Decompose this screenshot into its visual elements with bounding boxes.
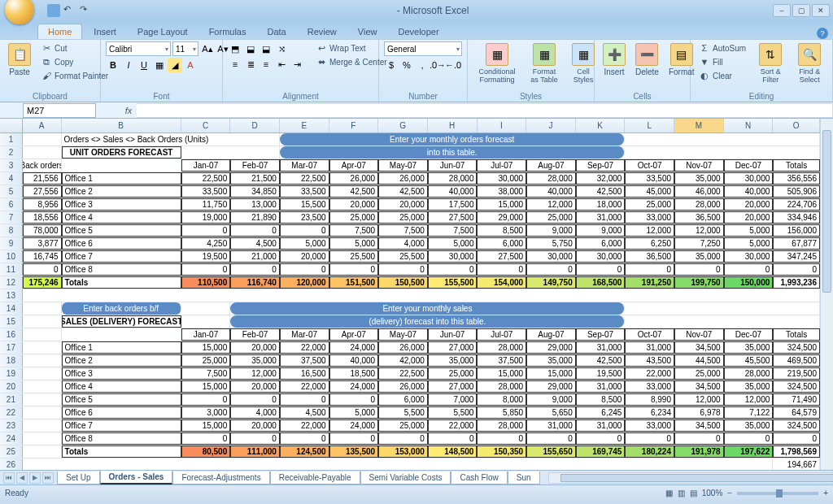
insert-cells-button[interactable]: ➕Insert	[600, 41, 629, 78]
cell[interactable]: 20,000	[724, 198, 774, 211]
cell[interactable]: 0	[576, 263, 626, 276]
cell[interactable]: 17,500	[428, 198, 478, 211]
bold-button[interactable]: B	[106, 58, 120, 72]
row-header[interactable]: 2	[0, 146, 23, 159]
cell[interactable]: 120,000	[280, 276, 329, 289]
cell[interactable]: 0	[378, 263, 428, 276]
cell[interactable]: 46,000	[674, 185, 724, 198]
cell[interactable]: 27,000	[428, 380, 478, 393]
cell[interactable]: Jan-07	[181, 328, 231, 341]
italic-button[interactable]: I	[121, 58, 136, 72]
cell[interactable]: 21,500	[230, 172, 280, 185]
row-header[interactable]: 9	[0, 237, 23, 250]
cell[interactable]: 224,706	[773, 198, 820, 211]
cell[interactable]: 5,000	[329, 237, 379, 250]
cell[interactable]: 15,500	[280, 198, 329, 211]
cell[interactable]: 29,000	[477, 211, 526, 224]
row-header[interactable]: 13	[0, 289, 23, 302]
row-header[interactable]: 23	[0, 419, 23, 432]
cell[interactable]	[23, 289, 820, 302]
cell[interactable]: Mar-07	[280, 159, 329, 172]
cell[interactable]: 29,000	[526, 380, 576, 393]
tab-developer[interactable]: Developer	[388, 24, 448, 39]
cell[interactable]: 35,000	[674, 172, 724, 185]
sheet-tab[interactable]: Sun	[508, 471, 540, 484]
cell[interactable]: Office 3	[62, 367, 181, 380]
cell[interactable]: 22,000	[428, 419, 478, 432]
cell[interactable]: Office 5	[62, 393, 181, 406]
cell[interactable]: 0	[773, 432, 820, 445]
cell[interactable]: 0	[428, 263, 478, 276]
cell[interactable]: 0	[329, 393, 379, 406]
row-header[interactable]: 11	[0, 263, 23, 276]
dec-decimal[interactable]: ←.0	[446, 58, 460, 72]
cell[interactable]: 30,000	[428, 250, 478, 263]
cell[interactable]	[23, 341, 62, 354]
cell[interactable]: 24,000	[329, 380, 379, 393]
cell[interactable]: 0	[428, 432, 478, 445]
cell[interactable]: 12,000	[230, 367, 280, 380]
border-button[interactable]: ▦	[152, 58, 167, 72]
cell[interactable]: Apr-07	[329, 328, 379, 341]
cell[interactable]: 29,000	[526, 341, 576, 354]
row-header[interactable]: 6	[0, 198, 23, 211]
col-K[interactable]: K	[576, 119, 626, 133]
cell[interactable]: 42,500	[576, 185, 626, 198]
cell[interactable]: 12,000	[674, 393, 724, 406]
align-top[interactable]: ⬒	[228, 41, 242, 56]
row-header[interactable]: 4	[0, 172, 23, 185]
cell[interactable]: 0	[674, 432, 724, 445]
cell[interactable]: 42,500	[576, 354, 626, 367]
cell[interactable]: 1,798,569	[773, 445, 820, 458]
cell[interactable]: 28,000	[428, 172, 478, 185]
row-header[interactable]: 8	[0, 224, 23, 237]
cell[interactable]	[23, 315, 62, 328]
cell[interactable]: 31,000	[625, 341, 674, 354]
cell[interactable]: 25,000	[378, 419, 428, 432]
name-box[interactable]: M27	[23, 103, 96, 118]
cell[interactable]: 18,500	[329, 367, 379, 380]
cell[interactable]: 19,500	[576, 367, 626, 380]
cell[interactable]: 8,956	[23, 198, 62, 211]
cell[interactable]: 8,990	[625, 393, 674, 406]
cell[interactable]: 0	[477, 263, 526, 276]
row-header[interactable]: 16	[0, 328, 23, 341]
row-header[interactable]: 5	[0, 185, 23, 198]
help-icon[interactable]: ?	[817, 28, 828, 39]
cell[interactable]: 0	[230, 432, 280, 445]
cell[interactable]: 26,000	[378, 341, 428, 354]
tab-data[interactable]: Data	[257, 24, 295, 39]
cell[interactable]	[23, 458, 773, 470]
col-A[interactable]: A	[23, 119, 62, 133]
sort-filter-button[interactable]: ⇅Sort & Filter	[752, 41, 788, 85]
cell[interactable]: 13,000	[230, 198, 280, 211]
cell[interactable]: 4,000	[378, 237, 428, 250]
row-header[interactable]: 12	[0, 276, 23, 289]
cell[interactable]: 197,622	[724, 445, 774, 458]
cell[interactable]	[23, 354, 62, 367]
row-header[interactable]: 14	[0, 302, 23, 315]
cell[interactable]: 0	[280, 224, 329, 237]
cell[interactable]: 324,500	[773, 380, 820, 393]
cell[interactable]: (delivery) forecast into this table.	[230, 315, 625, 328]
cell[interactable]: 30,000	[477, 172, 526, 185]
cell[interactable]: 25,500	[329, 250, 379, 263]
cell[interactable]: 40,000	[329, 354, 379, 367]
cell[interactable]: Aug-07	[526, 159, 576, 172]
row-header[interactable]: 26	[0, 458, 23, 470]
cell[interactable]: 0	[773, 263, 820, 276]
cell[interactable]: 42,000	[378, 354, 428, 367]
cell[interactable]	[181, 302, 231, 315]
cell[interactable]: 5,000	[329, 406, 379, 419]
cell[interactable]: 28,000	[477, 419, 526, 432]
cell[interactable]: 38,000	[477, 185, 526, 198]
cell[interactable]	[23, 146, 62, 159]
cell[interactable]: 20,000	[329, 198, 379, 211]
cell[interactable]: 0	[576, 432, 626, 445]
cell[interactable]: Enter your monthly sales	[230, 302, 625, 315]
cell[interactable]: 21,000	[230, 250, 280, 263]
cell[interactable]: Office 7	[62, 419, 181, 432]
cell[interactable]: 0	[724, 432, 774, 445]
cell[interactable]: 64,579	[773, 406, 820, 419]
cell[interactable]: Aug-07	[526, 328, 576, 341]
